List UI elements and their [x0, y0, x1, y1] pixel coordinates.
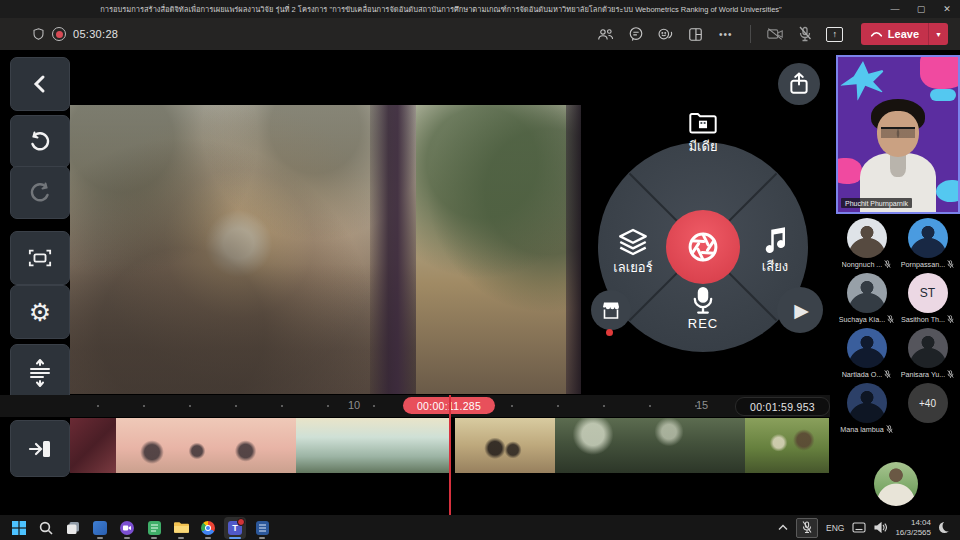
play-button[interactable]: ▶	[777, 287, 823, 333]
language-indicator[interactable]: ENG	[826, 523, 844, 533]
participant-name: Pornpassan...	[901, 260, 945, 269]
mic-off-icon	[947, 315, 954, 324]
focus-assist-moon-icon[interactable]	[939, 522, 950, 533]
export-share-button[interactable]	[778, 63, 820, 105]
timeline-clip[interactable]	[745, 418, 829, 473]
camera-capture-button[interactable]	[666, 210, 740, 284]
background-shape	[840, 61, 886, 101]
taskbar-app-meet[interactable]	[116, 517, 138, 539]
kinemaster-editor: ⚙ Phuchit Phurnparnik มีเดีย เลเยอ	[0, 50, 830, 515]
timeline-clip[interactable]	[455, 418, 555, 473]
mic-off-icon	[887, 315, 894, 324]
teams-button[interactable]: T	[224, 517, 246, 539]
shield-icon	[32, 27, 45, 41]
speaker-video-tile[interactable]: Phuchit Phurnparnik	[836, 55, 960, 214]
system-tray: ENG 14:04 16/3/2565	[778, 518, 960, 538]
timeline-expand-button[interactable]	[10, 344, 70, 402]
participant-tile[interactable]: Panisara Yu...	[898, 328, 958, 383]
mic-off-icon	[947, 370, 954, 379]
reactions-icon[interactable]	[654, 23, 678, 45]
participant-overflow-tile[interactable]: +40	[898, 383, 958, 438]
taskbar-app-word[interactable]	[251, 517, 273, 539]
participant-tile[interactable]: Suchaya Kia...	[837, 273, 897, 328]
speaker-icon[interactable]	[874, 522, 887, 533]
search-icon	[39, 521, 53, 535]
hangup-icon	[870, 31, 883, 38]
mic-off-icon[interactable]	[793, 23, 817, 45]
file-explorer-button[interactable]	[170, 517, 192, 539]
windows-logo-icon	[12, 521, 26, 535]
export-icon	[788, 72, 810, 96]
participant-tile[interactable]: Nongnuch ...	[837, 218, 897, 273]
tray-chevron-up-icon[interactable]	[778, 524, 788, 531]
chrome-button[interactable]	[197, 517, 219, 539]
capture-frame-button[interactable]	[10, 231, 70, 285]
background-shape	[836, 158, 862, 184]
media-button[interactable]: มีเดีย	[668, 110, 738, 157]
store-icon	[600, 300, 622, 320]
window-title: การอบรมการสร้างสื่อดิจิทัลเพื่อการเผยแพร…	[0, 3, 882, 15]
chrome-icon	[201, 521, 215, 535]
meeting-status-group: 05:30:28	[0, 27, 118, 41]
timeline-clip[interactable]	[70, 418, 116, 473]
layer-button[interactable]: เลเยอร์	[597, 227, 669, 278]
share-screen-icon[interactable]: ↑	[823, 23, 847, 45]
timeline-clip[interactable]	[116, 418, 296, 473]
participant-grid: Nongnuch ... Pornpassan... Suchaya Kia..…	[836, 218, 958, 438]
participant-tile[interactable]: Pornpassan...	[898, 218, 958, 273]
mic-off-icon	[886, 425, 893, 434]
redo-button[interactable]	[10, 166, 70, 219]
mic-off-icon	[947, 260, 954, 269]
layer-label: เลเยอร์	[597, 257, 669, 278]
undo-button[interactable]	[10, 115, 70, 168]
participant-tile[interactable]: Mana lambua	[837, 383, 897, 438]
back-button[interactable]	[10, 57, 70, 111]
minimize-button[interactable]: —	[882, 0, 908, 18]
media-label: มีเดีย	[668, 136, 738, 157]
task-view-icon	[66, 521, 80, 535]
audio-button[interactable]: เสียง	[742, 226, 808, 277]
breakout-rooms-icon[interactable]	[684, 23, 708, 45]
avatar	[908, 328, 948, 368]
avatar	[847, 273, 887, 313]
taskbar-app-widgets[interactable]	[89, 517, 111, 539]
close-button[interactable]: ✕	[934, 0, 960, 18]
meeting-timer: 05:30:28	[73, 28, 118, 40]
video-preview[interactable]	[70, 105, 581, 394]
background-shape	[930, 89, 956, 101]
participants-icon[interactable]	[594, 23, 618, 45]
taskbar-app-notes[interactable]	[143, 517, 165, 539]
chat-icon[interactable]	[624, 23, 648, 45]
timeline-clip[interactable]	[555, 418, 745, 473]
start-button[interactable]	[8, 517, 30, 539]
participant-tile[interactable]: Nartlada O...	[837, 328, 897, 383]
participant-name: Suchaya Kia...	[839, 315, 885, 324]
avatar	[847, 218, 887, 258]
avatar-initials: ST	[908, 273, 948, 313]
search-button[interactable]	[35, 517, 57, 539]
participant-tile[interactable]: ST Sasithon Th...	[898, 273, 958, 328]
camera-off-icon[interactable]	[763, 23, 787, 45]
settings-gear-icon[interactable]: ⚙	[10, 285, 70, 339]
windows-taskbar: T ENG 14:04 16/3/2565	[0, 515, 960, 540]
tray-mic-muted-icon[interactable]	[796, 518, 818, 538]
mic-off-icon	[884, 260, 891, 269]
timeline-clip[interactable]	[296, 418, 450, 473]
preview-art-layer	[416, 105, 581, 394]
task-view-button[interactable]	[62, 517, 84, 539]
meeting-toolbar: 05:30:28 ••• ↑	[0, 18, 960, 50]
speaker-name-label: Phuchit Phurnparnik	[841, 198, 912, 208]
leave-label: Leave	[888, 28, 919, 40]
maximize-button[interactable]: ▢	[908, 0, 934, 18]
leave-button[interactable]: Leave ▼	[861, 23, 948, 45]
jump-to-end-button[interactable]	[10, 420, 70, 477]
more-options-icon[interactable]: •••	[714, 23, 738, 45]
touch-keyboard-icon[interactable]	[852, 522, 866, 533]
asset-store-button[interactable]	[591, 290, 631, 330]
rec-button[interactable]: REC	[673, 286, 733, 331]
timeline-ruler[interactable]: 10 15 00:00:11.285 00:01:59.953	[0, 395, 830, 417]
leave-dropdown-chevron-icon[interactable]: ▼	[929, 31, 948, 38]
speaker-figure	[881, 127, 915, 138]
participant-avatar-solo[interactable]	[874, 462, 918, 506]
clock[interactable]: 14:04 16/3/2565	[895, 518, 931, 537]
